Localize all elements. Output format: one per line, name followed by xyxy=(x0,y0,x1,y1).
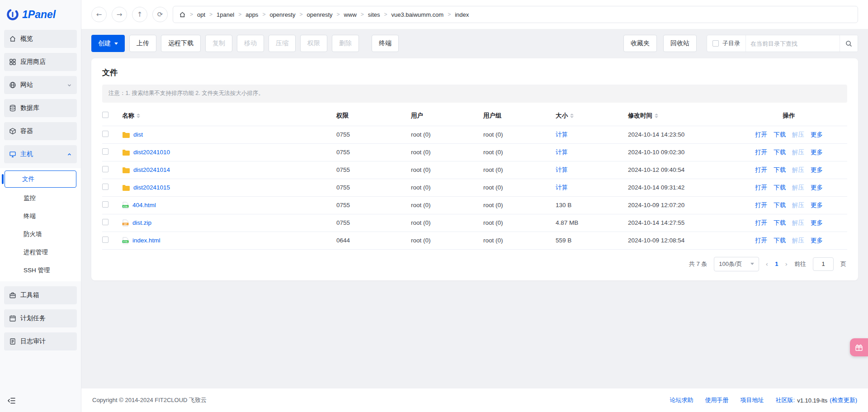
sidebar-item-monitor[interactable]: 监控 xyxy=(0,189,81,207)
subdir-checkbox-group[interactable]: 子目录 xyxy=(707,39,745,47)
sidebar-item-logs[interactable]: 日志审计 xyxy=(4,332,77,350)
manual-link[interactable]: 使用手册 xyxy=(705,396,729,404)
breadcrumb-segment[interactable]: index xyxy=(455,11,469,18)
subdir-checkbox[interactable] xyxy=(712,40,719,47)
open-action[interactable]: 打开 xyxy=(755,184,767,191)
download-action[interactable]: 下载 xyxy=(774,131,786,138)
sidebar-item-container[interactable]: 容器 xyxy=(4,122,77,140)
next-page-button[interactable]: › xyxy=(785,260,788,268)
move-button[interactable]: 移动 xyxy=(237,35,264,52)
calculate-size-link[interactable]: 计算 xyxy=(556,149,568,156)
sidebar-item-website[interactable]: 网站 xyxy=(4,76,77,94)
extract-action[interactable]: 解压 xyxy=(792,131,804,138)
create-button[interactable]: 创建 xyxy=(91,35,125,52)
open-action[interactable]: 打开 xyxy=(755,131,767,138)
extract-action[interactable]: 解压 xyxy=(792,202,804,208)
check-update-link[interactable]: (检查更新) xyxy=(830,396,857,404)
sort-size-control[interactable] xyxy=(570,114,574,118)
favorites-button[interactable]: 收藏夹 xyxy=(623,35,657,52)
download-action[interactable]: 下载 xyxy=(774,202,786,208)
collapse-sidebar-icon[interactable] xyxy=(7,397,16,404)
sidebar-item-firewall[interactable]: 防火墙 xyxy=(0,225,81,243)
edition-label[interactable]: 社区版: xyxy=(776,396,795,404)
download-action[interactable]: 下载 xyxy=(774,166,786,173)
breadcrumb-segment[interactable]: openresty xyxy=(269,11,295,18)
nav-refresh-button[interactable]: ⟳ xyxy=(152,7,168,22)
more-action[interactable]: 更多 xyxy=(811,149,823,156)
file-name-link[interactable]: dist xyxy=(133,131,143,138)
sidebar-item-ssh[interactable]: SSH 管理 xyxy=(0,261,81,279)
extract-action[interactable]: 解压 xyxy=(792,149,804,156)
permission-button[interactable]: 权限 xyxy=(300,35,327,52)
more-action[interactable]: 更多 xyxy=(811,202,823,208)
row-checkbox[interactable] xyxy=(102,148,108,155)
breadcrumb-home-icon[interactable] xyxy=(179,11,186,18)
download-action[interactable]: 下载 xyxy=(774,219,786,226)
row-checkbox[interactable] xyxy=(102,201,108,208)
file-name-link[interactable]: dist20241010 xyxy=(133,149,170,156)
nav-back-button[interactable]: ← xyxy=(91,7,107,22)
calculate-size-link[interactable]: 计算 xyxy=(556,131,568,138)
extract-action[interactable]: 解压 xyxy=(792,166,804,173)
recycle-bin-button[interactable]: 回收站 xyxy=(663,35,697,52)
file-name-link[interactable]: dist20241015 xyxy=(133,184,170,191)
more-action[interactable]: 更多 xyxy=(811,131,823,138)
sidebar-item-overview[interactable]: 概览 xyxy=(4,30,77,48)
sidebar-item-files[interactable]: 文件 xyxy=(5,170,76,188)
goto-page-input[interactable] xyxy=(813,257,834,271)
open-action[interactable]: 打开 xyxy=(755,219,767,226)
sidebar-item-toolbox[interactable]: 工具箱 xyxy=(4,286,77,304)
breadcrumb-segment[interactable]: www xyxy=(344,11,357,18)
prev-page-button[interactable]: ‹ xyxy=(766,260,769,268)
app-logo[interactable]: 1Panel xyxy=(0,0,81,25)
sidebar-item-database[interactable]: 数据库 xyxy=(4,99,77,117)
file-name-link[interactable]: 404.html xyxy=(132,202,156,208)
sidebar-item-process[interactable]: 进程管理 xyxy=(0,243,81,261)
sort-mtime-control[interactable] xyxy=(655,114,658,118)
breadcrumb-segment[interactable]: 1panel xyxy=(217,11,234,18)
breadcrumb-segment[interactable]: vue3.baiwumm.com xyxy=(392,11,444,18)
open-action[interactable]: 打开 xyxy=(755,166,767,173)
forum-help-link[interactable]: 论坛求助 xyxy=(670,396,693,404)
file-name-link[interactable]: dist20241014 xyxy=(133,166,170,173)
select-all-checkbox[interactable] xyxy=(102,112,108,118)
row-checkbox[interactable] xyxy=(102,131,108,137)
download-action[interactable]: 下载 xyxy=(774,149,786,156)
more-action[interactable]: 更多 xyxy=(811,166,823,173)
upload-button[interactable]: 上传 xyxy=(129,35,156,52)
open-action[interactable]: 打开 xyxy=(755,202,767,208)
download-action[interactable]: 下载 xyxy=(774,184,786,191)
more-action[interactable]: 更多 xyxy=(811,184,823,191)
file-name-link[interactable]: dist.zip xyxy=(132,219,151,226)
sidebar-item-appstore[interactable]: 应用商店 xyxy=(4,53,77,71)
extract-action[interactable]: 解压 xyxy=(792,219,804,226)
delete-button[interactable]: 删除 xyxy=(332,35,359,52)
more-action[interactable]: 更多 xyxy=(811,237,823,244)
search-input[interactable] xyxy=(745,35,840,52)
file-name-link[interactable]: index.html xyxy=(132,237,160,244)
calculate-size-link[interactable]: 计算 xyxy=(556,166,568,173)
open-action[interactable]: 打开 xyxy=(755,149,767,156)
project-link[interactable]: 项目地址 xyxy=(741,396,764,404)
row-checkbox[interactable] xyxy=(102,237,108,243)
breadcrumb-segment[interactable]: sites xyxy=(368,11,380,18)
nav-forward-button[interactable]: → xyxy=(112,7,127,22)
page-number-current[interactable]: 1 xyxy=(775,260,778,267)
more-action[interactable]: 更多 xyxy=(811,219,823,226)
promo-float-button[interactable] xyxy=(850,338,868,356)
search-icon[interactable] xyxy=(840,35,858,52)
remote-download-button[interactable]: 远程下载 xyxy=(161,35,201,52)
sort-name-control[interactable] xyxy=(137,114,140,118)
sidebar-item-terminal[interactable]: 终端 xyxy=(0,207,81,225)
calculate-size-link[interactable]: 计算 xyxy=(556,184,568,191)
breadcrumb-segment[interactable]: openresty xyxy=(307,11,333,18)
nav-up-button[interactable]: ↑ xyxy=(132,7,147,22)
download-action[interactable]: 下载 xyxy=(774,237,786,244)
copy-button[interactable]: 复制 xyxy=(205,35,232,52)
open-action[interactable]: 打开 xyxy=(755,237,767,244)
row-checkbox[interactable] xyxy=(102,219,108,225)
breadcrumb-segment[interactable]: apps xyxy=(245,11,258,18)
sidebar-item-host[interactable]: 主机 xyxy=(4,145,77,163)
row-checkbox[interactable] xyxy=(102,184,108,190)
page-size-select[interactable]: 100条/页 xyxy=(714,257,759,271)
